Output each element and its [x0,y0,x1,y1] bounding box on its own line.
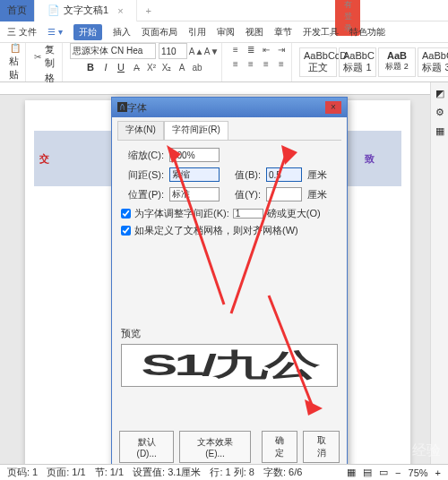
underline-icon[interactable]: U [115,61,127,73]
position-val-label: 值(Y): [225,188,261,201]
align-justify-icon[interactable]: ≡ [275,57,288,70]
position-select[interactable] [169,187,220,201]
horizontal-ruler[interactable] [0,82,448,95]
status-page[interactable]: 页码: 1 [7,466,38,479]
position-label: 位置(P): [121,188,164,201]
font-size-select[interactable] [159,43,187,59]
subscript-icon[interactable]: X₂ [160,61,173,73]
status-pages[interactable]: 页面: 1/1 [47,466,85,479]
new-tab-button[interactable]: + [137,5,160,16]
app-icon: 📄 [47,4,60,16]
align-right-icon[interactable]: ≡ [260,57,272,70]
grow-font-icon[interactable]: A▲ [190,45,202,57]
view-mode-icon[interactable]: ▤ [363,467,372,478]
status-col: 行: 1 列: 8 [210,466,254,479]
status-section: 节: 1/1 [95,466,124,479]
italic-icon[interactable]: I [99,61,112,73]
style-gallery: AaBbCcD正文 AaBbC标题 1 AaB标题 2 AaBbC标题 3 [299,47,448,77]
view-mode-icon[interactable]: ▭ [379,467,388,478]
file-menu[interactable]: 三 文件 [7,26,37,39]
style-h2[interactable]: AaB标题 2 [378,47,416,77]
sp-icon[interactable]: ▦ [435,125,444,137]
style-h3[interactable]: AaBbC标题 3 [418,47,448,77]
align-center-icon[interactable]: ≡ [245,57,257,70]
font-family-select[interactable] [70,43,156,59]
align-left-icon[interactable]: ≡ [229,57,242,70]
tab-font[interactable]: 字体(N) [117,121,164,140]
position-unit[interactable]: 厘米 [307,188,327,201]
close-icon[interactable]: × [419,0,444,36]
close-tab-icon[interactable]: × [117,5,123,16]
tab-document[interactable]: 📄 文字文稿1 × [35,0,137,21]
menu-special[interactable]: 特色功能 [349,26,385,39]
menu-layout[interactable]: 页面布局 [142,26,177,39]
zoom-out-icon[interactable]: − [395,467,401,478]
kerning-checkbox[interactable] [121,209,131,219]
cancel-button[interactable]: 取消 [303,431,340,463]
list-numbers-icon[interactable]: ≣ [245,43,257,56]
kerning-unit: 磅或更大(O) [267,207,321,220]
snap-grid-checkbox[interactable] [121,226,131,236]
scale-select[interactable] [169,148,220,162]
quick-menu[interactable]: ☰ ▾ [47,27,63,37]
menu-start[interactable]: 开始 [73,24,102,40]
status-chars[interactable]: 字数: 6/6 [263,466,302,479]
dialog-icon: 🅰 [117,102,127,113]
indent-dec-icon[interactable]: ⇤ [260,43,272,56]
superscript-icon[interactable]: X² [145,61,158,73]
menu-insert[interactable]: 插入 [113,26,131,39]
copy-label[interactable]: 复制 [45,43,58,70]
text-effect-button[interactable]: 文本效果(E)... [179,431,250,463]
list-bullets-icon[interactable]: ≡ [229,43,242,56]
preview-label: 预览 [121,328,141,339]
view-mode-icon[interactable]: ▦ [347,467,356,478]
bold-icon[interactable]: B [84,61,97,73]
menu-bar: 三 文件 ☰ ▾ 开始 插入 页面布局 引用 审阅 视图 章节 开发工具 特色功… [0,21,448,43]
sp-icon[interactable]: ◩ [435,88,444,99]
tab-char-spacing[interactable]: 字符间距(R) [164,121,228,140]
style-normal[interactable]: AaBbCcD正文 [299,47,337,77]
zoom-level[interactable]: 75% [409,467,428,478]
strike-icon[interactable]: A̶ [130,61,142,73]
style-h1[interactable]: AaBbC标题 1 [339,47,376,77]
side-panel: ◩ ⚙ ▦ [430,82,448,464]
scale-label: 缩放(C): [121,149,164,162]
spacing-unit[interactable]: 厘米 [307,168,327,182]
position-value-input[interactable] [266,187,302,201]
cut-icon[interactable]: ✂ [33,50,42,63]
menu-dev[interactable]: 开发工具 [303,26,339,39]
menu-section[interactable]: 章节 [274,26,292,39]
zoom-in-icon[interactable]: + [435,467,441,478]
dialog-titlebar[interactable]: 🅰 字体 × [112,98,347,117]
menu-view[interactable]: 视图 [246,26,263,39]
kerning-value[interactable] [233,209,263,219]
preview-box: S1/九公 [121,344,338,387]
ok-button[interactable]: 确定 [262,431,298,463]
paste-label: 粘贴 [9,55,22,81]
paste-icon[interactable]: 📋 [9,43,22,53]
kerning-label: 为字体调整字间距(K): [134,207,229,220]
font-color-icon[interactable]: A [176,61,188,73]
font-dialog: 🅰 字体 × 字体(N) 字符间距(R) 缩放(C): 间距(S): 值(B):… [111,97,348,471]
shrink-font-icon[interactable]: A▼ [205,45,218,57]
indent-inc-icon[interactable]: ⇥ [275,43,288,56]
spacing-select[interactable] [169,167,220,182]
highlight-icon[interactable]: ab [191,61,203,73]
spacing-val-label: 值(B): [225,168,261,182]
dialog-title: 字体 [127,101,147,115]
maximize-icon[interactable]: □ [392,0,418,36]
status-bar: 页码: 1 页面: 1/1 节: 1/1 设置值: 3.1厘米 行: 1 列: … [0,464,448,480]
status-cursor: 设置值: 3.1厘米 [133,466,201,479]
ribbon-toolbar: 📋 粘贴 ✂复制 🖌格式刷 A▲ A▼ B I U A̶ X² X₂ A ab … [0,43,448,82]
spacing-value-input[interactable] [266,167,302,182]
tab-home[interactable]: 首页 [0,0,35,21]
sp-icon[interactable]: ⚙ [435,107,444,118]
snap-grid-label: 如果定义了文档网格，则对齐网格(W) [134,224,298,237]
default-button[interactable]: 默认(D)... [119,431,174,463]
menu-ref[interactable]: 引用 [188,26,206,39]
title-bar: 首页 📄 文字文稿1 × + 没有登录 — □ × [0,0,448,21]
spacing-label: 间距(S): [121,168,164,182]
dialog-close-icon[interactable]: × [325,101,341,114]
menu-review[interactable]: 审阅 [217,26,235,39]
